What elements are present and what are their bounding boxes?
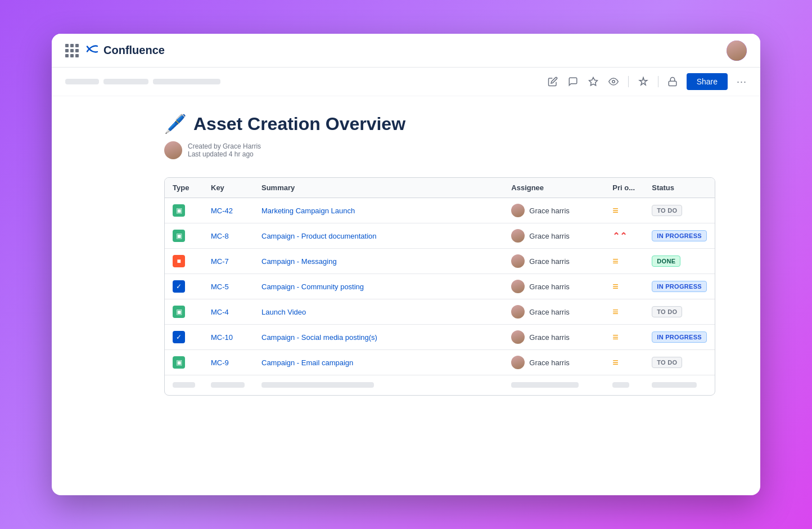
key-link[interactable]: MC-42 xyxy=(211,207,233,215)
page-meta: Created by Grace Harris Last updated 4 h… xyxy=(164,141,715,159)
cell-status: IN PROGRESS xyxy=(644,223,715,249)
svg-rect-2 xyxy=(669,81,676,86)
cell-key[interactable]: MC-7 xyxy=(203,249,254,274)
summary-link[interactable]: Campaign - Messaging xyxy=(261,257,337,266)
header-assignee: Assignee xyxy=(503,178,605,198)
type-icon-story: ▣ xyxy=(173,204,185,217)
more-options-icon[interactable]: ··· xyxy=(737,76,747,88)
assignee-avatar xyxy=(511,229,525,243)
header-type: Type xyxy=(165,178,203,198)
comment-icon[interactable] xyxy=(567,76,579,87)
status-badge: TO DO xyxy=(652,357,682,368)
key-link[interactable]: MC-4 xyxy=(211,308,229,316)
summary-link[interactable]: Campaign - Social media posting(s) xyxy=(261,333,377,342)
status-badge: IN PROGRESS xyxy=(652,281,707,292)
summary-link[interactable]: Campaign - Community posting xyxy=(261,283,364,291)
type-icon-task: ✓ xyxy=(173,280,185,293)
table-row: ▣MC-8Campaign - Product documentationGra… xyxy=(165,223,715,249)
cell-assignee: Grace harris xyxy=(503,198,605,223)
edit-icon[interactable] xyxy=(547,76,558,87)
magic-icon[interactable] xyxy=(638,76,649,87)
star-icon[interactable] xyxy=(588,76,599,87)
assignee-cell: Grace harris xyxy=(511,254,597,268)
cell-status: TO DO xyxy=(644,350,715,375)
assignee-name: Grace harris xyxy=(529,232,570,240)
assignee-name: Grace harris xyxy=(529,358,570,367)
cell-key[interactable]: MC-8 xyxy=(203,223,254,249)
cell-priority: ≡ xyxy=(605,299,644,325)
breadcrumb-2[interactable] xyxy=(103,79,148,84)
user-avatar-top[interactable] xyxy=(727,41,747,61)
breadcrumb-3[interactable] xyxy=(153,79,220,84)
breadcrumb-1[interactable] xyxy=(65,79,99,84)
summary-link[interactable]: Launch Video xyxy=(261,308,306,316)
cell-key[interactable]: MC-5 xyxy=(203,274,254,299)
cell-type: ▣ xyxy=(165,223,203,249)
lock-icon[interactable] xyxy=(667,77,678,87)
cell-key[interactable]: MC-10 xyxy=(203,325,254,350)
page-emoji: 🖊️ xyxy=(164,113,187,135)
cell-key[interactable]: MC-9 xyxy=(203,350,254,375)
skeleton-bar xyxy=(211,382,245,388)
type-icon-story: ▣ xyxy=(173,306,185,318)
apps-grid-icon[interactable] xyxy=(65,44,79,57)
priority-icon: ≡ xyxy=(612,281,619,292)
summary-link[interactable]: Marketing Campaign Launch xyxy=(261,207,355,215)
toolbar-icons: Share ··· xyxy=(547,73,747,90)
cell-key[interactable]: MC-4 xyxy=(203,299,254,325)
priority-icon: ≡ xyxy=(612,255,619,267)
cell-summary[interactable]: Campaign - Social media posting(s) xyxy=(254,325,503,350)
key-link[interactable]: MC-8 xyxy=(211,232,229,240)
assignee-name: Grace harris xyxy=(529,283,570,291)
skeleton-cell xyxy=(605,375,644,396)
skeleton-bar xyxy=(612,382,629,388)
cell-assignee: Grace harris xyxy=(503,350,605,375)
assignee-cell: Grace harris xyxy=(511,280,597,293)
skeleton-bar xyxy=(173,382,195,388)
jira-table: Type Key Summary Assignee Pri o... Statu… xyxy=(164,177,715,396)
skeleton-cell xyxy=(503,375,605,396)
cell-summary[interactable]: Launch Video xyxy=(254,299,503,325)
svg-marker-0 xyxy=(589,78,597,86)
assignee-avatar xyxy=(511,254,525,268)
cell-priority: ≡ xyxy=(605,198,644,223)
type-icon-story: ▣ xyxy=(173,230,185,242)
summary-link[interactable]: Campaign - Product documentation xyxy=(261,232,377,240)
assignee-avatar xyxy=(511,280,525,293)
key-link[interactable]: MC-7 xyxy=(211,257,229,266)
table-row: ▣MC-42Marketing Campaign LaunchGrace har… xyxy=(165,198,715,223)
cell-summary[interactable]: Campaign - Community posting xyxy=(254,274,503,299)
cell-summary[interactable]: Campaign - Product documentation xyxy=(254,223,503,249)
toolbar-divider-2 xyxy=(658,76,658,87)
table-row: ▣MC-4Launch VideoGrace harris≡TO DO xyxy=(165,299,715,325)
cell-status: TO DO xyxy=(644,198,715,223)
key-link[interactable]: MC-10 xyxy=(211,333,233,342)
page-title: Asset Creation Overview xyxy=(193,114,405,135)
priority-icon: ≡ xyxy=(612,357,619,368)
confluence-logo[interactable]: Confluence xyxy=(85,42,165,59)
cell-type: ▣ xyxy=(165,198,203,223)
header-key: Key xyxy=(203,178,254,198)
cell-status: DONE xyxy=(644,249,715,274)
cell-key[interactable]: MC-42 xyxy=(203,198,254,223)
summary-link[interactable]: Campaign - Email campaign xyxy=(261,358,353,367)
assignee-cell: Grace harris xyxy=(511,204,597,217)
cell-type: ▣ xyxy=(165,299,203,325)
share-button[interactable]: Share xyxy=(687,73,728,90)
key-link[interactable]: MC-5 xyxy=(211,283,229,291)
page-content: 🖊️ Asset Creation Overview Created by Gr… xyxy=(52,96,760,495)
confluence-logo-icon xyxy=(85,42,99,59)
cell-summary[interactable]: Marketing Campaign Launch xyxy=(254,198,503,223)
table-row: ▣MC-9Campaign - Email campaignGrace harr… xyxy=(165,350,715,375)
cell-summary[interactable]: Campaign - Email campaign xyxy=(254,350,503,375)
cell-summary[interactable]: Campaign - Messaging xyxy=(254,249,503,274)
type-icon-story: ▣ xyxy=(173,356,185,369)
cell-assignee: Grace harris xyxy=(503,299,605,325)
cell-status: IN PROGRESS xyxy=(644,325,715,350)
key-link[interactable]: MC-9 xyxy=(211,358,229,367)
cell-type: ■ xyxy=(165,249,203,274)
watch-icon[interactable] xyxy=(608,76,619,87)
assignee-name: Grace harris xyxy=(529,333,570,342)
cell-assignee: Grace harris xyxy=(503,325,605,350)
type-icon-bug: ■ xyxy=(173,255,185,267)
